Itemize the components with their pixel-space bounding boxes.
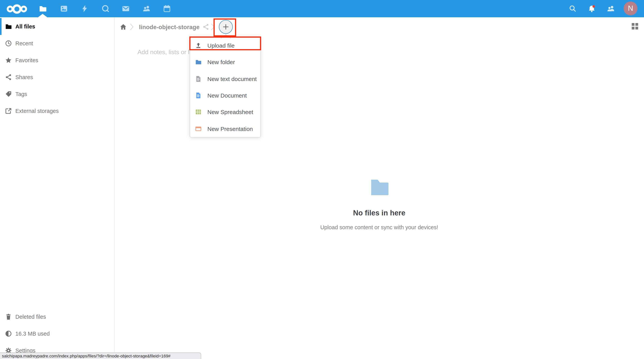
sidebar-item-label: All files [15,24,35,30]
breadcrumb-current-folder[interactable]: linode-object-storage [139,24,200,31]
menu-item-label: New text document [207,76,257,82]
empty-state-subtitle: Upload some content or sync with your de… [114,224,644,230]
external-link-icon [5,108,12,114]
search-icon[interactable] [564,0,581,17]
app-talk-icon[interactable] [97,0,114,17]
text-document-icon [195,76,202,82]
quota-pie-icon [5,330,12,337]
header-contacts-menu-icon[interactable] [602,0,619,17]
share-icon [5,74,12,81]
empty-folder-icon [368,176,390,197]
folder-icon [195,59,202,66]
menu-item-new-presentation[interactable]: New Presentation [190,120,260,137]
app-activity-icon[interactable] [76,0,93,17]
sidebar-item-label: Deleted files [15,314,46,320]
sidebar-item-external-storages[interactable]: External storages [0,102,114,120]
star-icon [5,57,12,64]
plus-icon [222,23,230,31]
status-bar-url: salchipapa.madreypadre.com/index.php/app… [2,354,170,358]
sidebar-item-label: Favorites [15,57,38,63]
notification-dot [592,5,595,8]
sidebar-item-shares[interactable]: Shares [0,69,114,86]
spreadsheet-icon [195,109,202,116]
app-contacts-icon[interactable] [138,0,155,17]
app-calendar-icon[interactable] [158,0,175,17]
sidebar-item-label: Tags [15,91,27,97]
sidebar-item-label: 16.3 MB used [15,330,50,337]
menu-item-label: New Presentation [207,126,253,132]
nextcloud-files-app: N All files Recent Favorites Shares Tags… [0,0,644,359]
sidebar-item-favorites[interactable]: Favorites [0,52,114,69]
sidebar-item-storage-quota[interactable]: 16.3 MB used [0,325,114,342]
tag-icon [5,90,12,98]
grid-view-toggle-icon[interactable] [632,23,638,30]
menu-item-label: New Spreadsheet [207,109,253,116]
breadcrumb-home-icon[interactable] [120,24,127,30]
sidebar-item-recent[interactable]: Recent [0,35,114,52]
new-file-menu: Upload file New folder New text document… [190,37,261,138]
breadcrumb-share-icon[interactable] [202,24,209,30]
sidebar-item-label: Shares [15,74,33,80]
link-preview-status-bar: salchipapa.madreypadre.com/index.php/app… [0,352,201,359]
menu-item-new-folder[interactable]: New folder [190,54,260,71]
notifications-bell-icon[interactable] [583,0,600,17]
avatar-letter: N [628,4,633,13]
breadcrumb-chevron-icon [130,22,134,32]
menu-item-label: Upload file [207,42,235,49]
menu-item-upload-file[interactable]: Upload file [190,37,260,54]
active-app-caret [38,14,47,17]
trash-icon [5,313,12,320]
user-avatar[interactable]: N [624,2,638,15]
sidebar-item-label: External storages [15,108,59,114]
app-photos-icon[interactable] [55,0,72,17]
sidebar-item-tags[interactable]: Tags [0,86,114,102]
empty-folder-state: No files in here Upload some content or … [114,176,644,230]
menu-item-new-spreadsheet[interactable]: New Spreadsheet [190,104,260,120]
sidebar-item-label: Recent [15,40,33,46]
clock-icon [5,40,12,47]
new-file-plus-button[interactable] [219,20,233,34]
app-mail-icon[interactable] [117,0,134,17]
files-sidebar: All files Recent Favorites Shares Tags E… [0,17,114,359]
menu-item-new-text-document[interactable]: New text document [190,70,260,87]
menu-item-label: New folder [207,59,235,66]
breadcrumb-chevron-icon [210,22,215,32]
sidebar-item-all-files[interactable]: All files [0,18,114,35]
top-header-bar: N [0,0,644,17]
sidebar-item-deleted-files[interactable]: Deleted files [0,308,114,325]
presentation-icon [195,126,202,132]
upload-icon [195,42,202,49]
menu-item-label: New Document [207,92,247,99]
document-icon [195,92,202,99]
folder-icon [5,23,12,30]
menu-caret [220,33,231,37]
menu-item-new-document[interactable]: New Document [190,87,260,104]
nextcloud-logo-icon[interactable] [6,3,28,14]
empty-state-title: No files in here [114,209,644,217]
